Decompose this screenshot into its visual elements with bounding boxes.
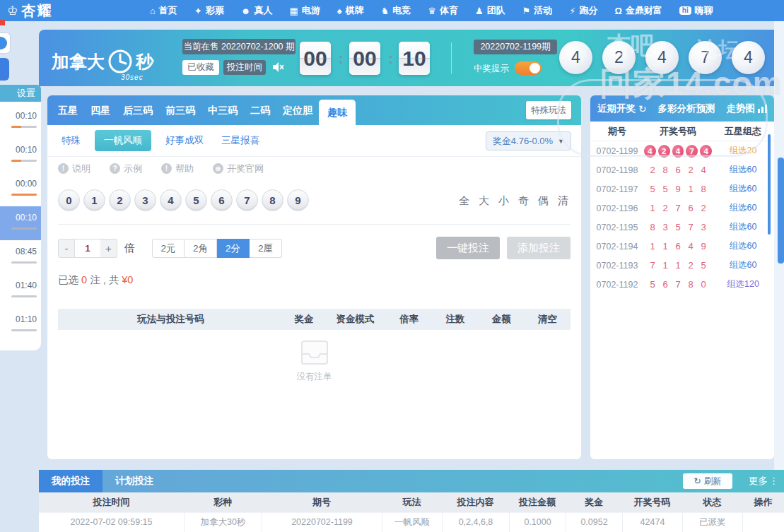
more-button[interactable]: 更多 ⋮ [749, 470, 778, 492]
countdown-hours: 00 [300, 42, 331, 75]
nav-item-sports[interactable]: ♛体育 [428, 4, 458, 17]
help-link-label: 示例 [124, 162, 142, 175]
lottery-list-item[interactable]: 01:10 [0, 308, 41, 342]
help-link-2[interactable]: !帮助 [161, 162, 194, 175]
quick-pick-2[interactable]: 小 [498, 194, 509, 208]
number-ball-2[interactable]: 2 [109, 189, 131, 211]
help-link-3[interactable]: ⊕开奖官网 [213, 162, 264, 175]
number-ball-9[interactable]: 9 [287, 189, 309, 211]
lottery-list-item[interactable]: 00:10 [0, 138, 41, 172]
quick-pick-0[interactable]: 全 [459, 194, 469, 208]
my-bets-tabbar: 我的投注 计划投注 ↻ 刷新 更多 ⋮ [39, 470, 784, 492]
tab-plan-bets[interactable]: 计划投注 [103, 470, 166, 492]
draw-numbers: 71125 [644, 260, 712, 271]
sub-tab-2[interactable]: 好事成双 [162, 134, 207, 147]
sub-tab-1[interactable]: 一帆风顺 [95, 130, 151, 151]
number-ball-3[interactable]: 3 [134, 189, 156, 211]
slip-col-6[interactable]: 清空 [525, 309, 571, 330]
quick-pick-1[interactable]: 大 [479, 194, 489, 208]
quick-pick-3[interactable]: 奇 [518, 194, 529, 208]
esports-gamepad-icon: ♞ [381, 6, 390, 16]
empty-inbox-icon [298, 338, 331, 367]
number-ball-7[interactable]: 7 [236, 189, 258, 211]
quick-pick-4[interactable]: 偶 [538, 194, 549, 208]
number-ball-0[interactable]: 0 [58, 189, 80, 211]
page-scrollbar-thumb[interactable] [778, 158, 784, 264]
nav-item-label: 团队 [487, 4, 505, 17]
lottery-list-item[interactable]: 01:40 [0, 274, 41, 308]
add-bet-button[interactable]: 添加投注 [507, 237, 571, 259]
main-tab-3[interactable]: 前三码 [159, 95, 201, 125]
rail-settings-button[interactable]: 设置 [0, 85, 41, 102]
help-link-label: 说明 [72, 162, 90, 175]
money-mode-2[interactable]: 2分 [217, 239, 250, 258]
main-tab-5[interactable]: 二码 [244, 95, 276, 125]
draw-number: 8 [648, 222, 658, 232]
nav-item-egames[interactable]: ▦电游 [289, 4, 320, 17]
money-mode-3[interactable]: 2厘 [250, 239, 282, 258]
last-issue-badge: 20220702-1199期 [474, 40, 557, 54]
nav-item-team[interactable]: ♟团队 [475, 4, 505, 17]
tab-analysis-forecast[interactable]: 多彩分析预测 [658, 102, 715, 115]
sub-tab-0[interactable]: 特殊 [58, 134, 84, 147]
nav-item-lottery[interactable]: ✦彩票 [194, 4, 224, 17]
refresh-button[interactable]: ↻ 刷新 [683, 473, 732, 489]
tab-my-bets[interactable]: 我的投注 [39, 470, 103, 492]
win-tip-toggle[interactable] [515, 61, 542, 75]
main-tab-2[interactable]: 后三码 [117, 95, 159, 125]
draw-number: 2 [698, 203, 709, 213]
number-ball-1[interactable]: 1 [83, 189, 105, 211]
nav-item-hichat[interactable]: hi嗨聊 [679, 4, 713, 17]
nav-item-home[interactable]: ⌂首页 [150, 4, 177, 17]
nav-item-paofen[interactable]: ⚡跑分 [569, 4, 597, 17]
nav-item-live[interactable]: ☻真人 [241, 4, 273, 17]
draw-number: 9 [673, 184, 684, 194]
nav-item-activity[interactable]: ⚑活动 [522, 4, 553, 17]
main-tab-0[interactable]: 五星 [52, 95, 84, 125]
multiplier-plus-button[interactable]: + [100, 239, 117, 258]
brand-logo[interactable]: ♔ 杏耀 [0, 1, 99, 20]
one-key-bet-button[interactable]: 一键投注 [436, 237, 500, 259]
money-mode-1[interactable]: 2角 [185, 239, 217, 258]
recent-draw-row: 0702-119256780组选120 [590, 275, 774, 294]
lottery-list-item[interactable]: 08:45 [0, 240, 41, 274]
page: ♔ 杏耀 ⌂首页✦彩票☻真人▦电游♠棋牌♞电竞♛体育♟团队⚑活动⚡跑分Ω金鼎财富… [0, 0, 784, 532]
main-tab-4[interactable]: 中三码 [201, 95, 244, 125]
rail-app-icon[interactable] [0, 32, 11, 54]
main-tab-6[interactable]: 定位胆 [276, 95, 319, 125]
rail-shield-icon[interactable] [0, 58, 9, 81]
refresh-icon[interactable]: ↻ [638, 103, 647, 114]
mute-speaker-icon[interactable] [272, 61, 285, 73]
bet-slip-empty-state: 没有注单 [58, 330, 571, 443]
inner-scrollbar-thumb[interactable] [768, 134, 771, 235]
number-ball-4[interactable]: 4 [160, 189, 182, 211]
lottery-list-item[interactable]: 00:10 [0, 206, 41, 240]
my-bets-col-1: 彩种 [184, 492, 262, 512]
bet-time-button[interactable]: 投注时间 [223, 60, 266, 75]
special-play-button[interactable]: 特殊玩法 [526, 101, 571, 119]
main-tab-1[interactable]: 四星 [84, 95, 117, 125]
number-ball-6[interactable]: 6 [211, 189, 233, 211]
lottery-list-item[interactable]: 00:10 [0, 105, 41, 138]
help-link-0[interactable]: !说明 [58, 162, 90, 175]
help-link-1[interactable]: ?示例 [110, 162, 142, 175]
nav-item-wealth[interactable]: Ω金鼎财富 [614, 4, 662, 17]
selected-amount: ¥0 [122, 274, 133, 285]
favorited-button[interactable]: 已收藏 [182, 60, 219, 75]
multiplier-value[interactable]: 1 [75, 239, 100, 258]
lottery-list-item[interactable]: 00:00 [0, 172, 41, 206]
nav-item-label: 真人 [254, 4, 272, 17]
tab-trend-chart[interactable]: 走势图 [726, 102, 767, 115]
number-ball-5[interactable]: 5 [185, 189, 207, 211]
nav-item-boardgames[interactable]: ♠棋牌 [337, 4, 364, 17]
bonus-rate-dropdown[interactable]: 奖金4.76-0.0% ▼ [486, 131, 571, 150]
tab-recent-draws[interactable]: 近期开奖 ↻ [597, 102, 647, 115]
sub-tab-3[interactable]: 三星报喜 [218, 134, 263, 147]
quick-pick-5[interactable]: 清 [558, 194, 568, 208]
draw-numbers: 83573 [644, 222, 712, 232]
nav-item-esports[interactable]: ♞电竞 [381, 4, 411, 17]
main-tab-7[interactable]: 趣味 [319, 100, 356, 125]
number-ball-8[interactable]: 8 [262, 189, 283, 211]
money-mode-0[interactable]: 2元 [152, 239, 185, 258]
multiplier-minus-button[interactable]: - [58, 239, 75, 258]
